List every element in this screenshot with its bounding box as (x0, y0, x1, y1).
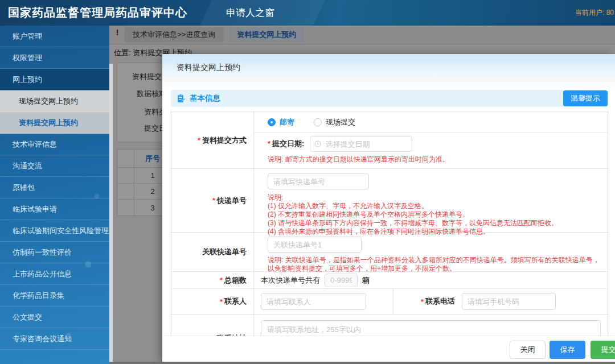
page-bottom-bar (109, 362, 615, 364)
form-row-contact: * 联系人 * 联系电话 (171, 289, 608, 315)
current-user-label: 当前用户: 80 (575, 0, 615, 26)
dialog-title: 资料提交网上预约 (162, 54, 615, 73)
section-title: 基本信息 (190, 93, 220, 104)
sidebar-item-onsite-booking[interactable]: 现场提交网上预约 (0, 90, 109, 112)
field-label-tracking: * 快递单号 (171, 169, 254, 232)
tracking-number-input[interactable] (268, 173, 369, 189)
boxes-suffix: 箱 (362, 275, 370, 286)
field-label-submit-date: *提交日期: (268, 139, 304, 149)
radio-mail[interactable]: 邮寄 (268, 117, 294, 127)
tracking-note: (1) 仅允许输入数字、字母，不允许输入汉字及空格。 (268, 202, 608, 210)
sidebar-item-communication[interactable]: 沟通交流 (0, 155, 109, 177)
field-label-related-tracking: 关联快递单号 (171, 233, 254, 271)
radio-onsite[interactable]: 现场提交 (314, 117, 355, 127)
contact-person-input[interactable] (261, 293, 366, 310)
sidebar-item-clinical-risk[interactable]: 临床试验期间安全性风险管理 (0, 220, 109, 242)
total-boxes-input[interactable] (325, 274, 358, 287)
clock-icon (314, 140, 321, 147)
sidebar-item-review-info[interactable]: 技术审评信息 (0, 134, 109, 155)
sidebar-item-document-submit[interactable]: 公文提交 (0, 307, 109, 328)
nav-applicant-window[interactable]: 申请人之窗 (220, 0, 280, 26)
field-label-phone: * 联系电话 (393, 289, 462, 314)
sidebar-item-generic-evaluation[interactable]: 仿制药一致性评价 (0, 242, 109, 263)
contact-phone-input[interactable] (462, 293, 556, 310)
tracking-note: 说明: (268, 193, 608, 202)
radio-unselected-icon (314, 118, 322, 126)
app-header: 国家药品监督管理局药品审评中心 申请人之窗 当前用户: 80 (0, 0, 615, 26)
submit-button[interactable]: 提交 (591, 341, 615, 359)
field-label-contact: * 联系人 (171, 289, 254, 314)
dialog-footer: 关闭 保存 提交 (162, 336, 615, 362)
submit-date-note: 说明: 邮寄方式的提交日期以快递官网显示的寄出时间为准。 (254, 155, 608, 164)
clipboard-edit-icon (177, 94, 186, 103)
basic-info-section-bar: 基本信息 温馨提示 (171, 90, 608, 107)
form-row-related-tracking: 关联快递单号 说明: 关联快递单号，是指如果一个品种资料分装入多箱所对应的不同快… (171, 233, 608, 272)
sidebar-item-permission[interactable]: 权限管理 (0, 47, 109, 69)
sidebar-item-account[interactable]: 账户管理 (0, 26, 109, 47)
related-tracking-input[interactable] (268, 237, 362, 253)
tracking-note: (2) 不支持重复创建相同快递单号及单个空格内填写多个快递单号。 (268, 210, 608, 219)
booking-form: * 资料提交方式 邮寄 现场提交 *提交日期: (171, 111, 608, 362)
form-row-tracking-number: * 快递单号 说明: (1) 仅允许输入数字、字母，不允许输入汉字及空格。 (2… (171, 169, 608, 233)
form-row-submit-method: * 资料提交方式 邮寄 现场提交 *提交日期: (171, 112, 608, 169)
close-button[interactable]: 关闭 (510, 341, 546, 359)
sidebar-item-marketed-drug-info[interactable]: 上市药品公开信息 (0, 263, 109, 285)
material-booking-dialog: 资料提交网上预约 基本信息 温馨提示 * 资料提交方式 邮寄 (162, 54, 615, 362)
tips-button[interactable]: 温馨提示 (563, 90, 608, 106)
content-scrollbar[interactable] (109, 64, 113, 362)
save-button[interactable]: 保存 (550, 341, 585, 359)
sidebar-item-material-booking[interactable]: 资料提交网上预约 (0, 112, 109, 134)
sidebar: 账户管理 权限管理 网上预约 现场提交网上预约 资料提交网上预约 技术审评信息 … (0, 26, 109, 364)
sidebar-item-chemical-catalog[interactable]: 化学药品目录集 (0, 285, 109, 307)
tracking-note: (3) 请与快递单条形码下方内容保持一致，不得增减字母、数字等，以免因信息无法匹… (268, 219, 608, 228)
brand-title: 国家药品监督管理局药品审评中心 (8, 5, 187, 20)
sidebar-item-raw-materials[interactable]: 原辅包 (0, 177, 109, 198)
dialog-header: 资料提交网上预约 (162, 54, 615, 90)
related-tracking-note: 说明: 关联快递单号，是指如果一个品种资料分装入多箱所对应的不同快递单号。须填写… (268, 256, 602, 273)
form-row-total-boxes: * 总箱数 本次快递单号共有 箱 (171, 272, 608, 289)
submit-date-input[interactable] (310, 136, 412, 152)
sidebar-item-expert-meeting[interactable]: 专家咨询会议通知 (0, 328, 109, 350)
field-label-submit-method: * 资料提交方式 (171, 112, 254, 168)
boxes-prefix: 本次快递单号共有 (261, 275, 320, 286)
field-label-total-boxes: * 总箱数 (171, 272, 254, 288)
sidebar-item-online-booking[interactable]: 网上预约 (0, 69, 109, 90)
radio-selected-icon (268, 118, 276, 126)
sidebar-item-clinical-application[interactable]: 临床试验申请 (0, 198, 109, 220)
